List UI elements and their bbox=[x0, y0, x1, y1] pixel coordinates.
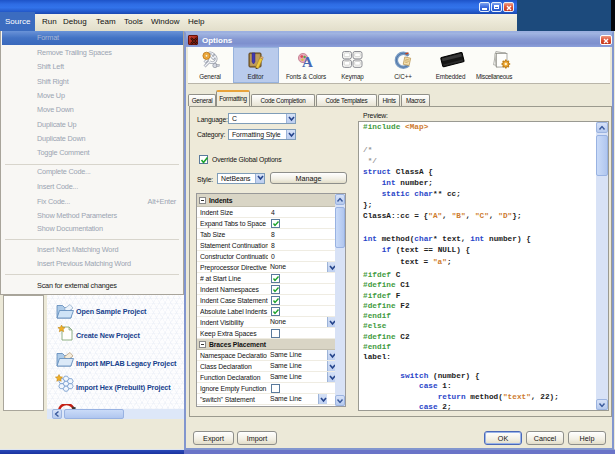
svg-text:A: A bbox=[302, 54, 313, 70]
